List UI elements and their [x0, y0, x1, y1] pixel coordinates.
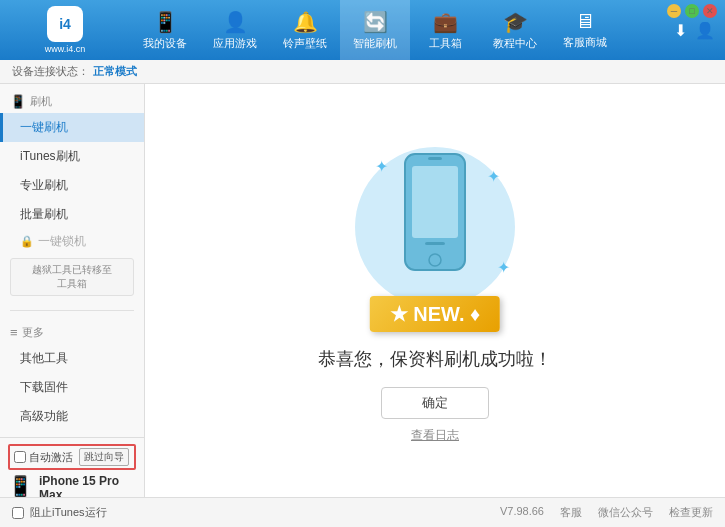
- user-header-icon[interactable]: 👤: [695, 21, 715, 40]
- sidebar-device-bottom: 自动激活 跳过向导 📱 iPhone 15 Pro Max 512GB iPho…: [0, 437, 144, 497]
- main-content: ✦ ✦ ✦ ★ NEW. ♦: [145, 84, 725, 497]
- sidebar: 📱 刷机 一键刷机 iTunes刷机 专业刷机 批量刷机 🔒 一键锁机: [0, 84, 145, 497]
- footer-left: 阻止iTunes运行: [12, 505, 107, 520]
- svg-rect-1: [412, 166, 458, 238]
- toolbox-icon: 💼: [433, 10, 458, 34]
- sidebar-item-one-key-lock-disabled: 🔒 一键锁机: [0, 229, 144, 254]
- lock-icon: 🔒: [20, 235, 34, 248]
- sidebar-item-one-key-flash[interactable]: 一键刷机: [0, 113, 144, 142]
- logo-area: i4 www.i4.cn: [0, 6, 130, 54]
- device-phone-icon: 📱: [8, 474, 33, 497]
- sidebar-notice: 越狱工具已转移至 工具箱: [10, 258, 134, 296]
- nav-label-ringtone: 铃声壁纸: [283, 36, 327, 51]
- phone-graphic: [400, 152, 470, 275]
- confirm-button[interactable]: 确定: [381, 387, 489, 419]
- download-fw-label: 下载固件: [20, 380, 68, 394]
- notice-text: 越狱工具已转移至 工具箱: [32, 264, 112, 289]
- illustration: ✦ ✦ ✦ ★ NEW. ♦: [345, 137, 525, 337]
- new-badge-text: NEW: [413, 303, 459, 325]
- nav-item-toolbox[interactable]: 💼 工具箱: [410, 0, 480, 60]
- customer-service-link[interactable]: 客服: [560, 505, 582, 520]
- sidebar-item-advanced[interactable]: 高级功能: [0, 402, 144, 431]
- stop-itunes-label: 阻止iTunes运行: [30, 505, 107, 520]
- sparkle-icon-2: ✦: [487, 167, 500, 186]
- batch-flash-label: 批量刷机: [20, 207, 68, 221]
- sidebar-item-batch-flash[interactable]: 批量刷机: [0, 200, 144, 229]
- sidebar-item-pro-flash[interactable]: 专业刷机: [0, 171, 144, 200]
- service-icon: 🖥: [575, 10, 595, 33]
- device-details: iPhone 15 Pro Max 512GB iPhone: [39, 474, 136, 497]
- window-controls: ─ □ ✕: [667, 4, 717, 18]
- svg-rect-3: [428, 157, 442, 160]
- nav-label-tutorial: 教程中心: [493, 36, 537, 51]
- maximize-button[interactable]: □: [685, 4, 699, 18]
- flash-section-label: 刷机: [30, 94, 52, 109]
- itunes-flash-label: iTunes刷机: [20, 149, 80, 163]
- sidebar-item-download-fw[interactable]: 下载固件: [0, 373, 144, 402]
- auto-row: 自动激活 跳过向导: [8, 444, 136, 470]
- ringtone-icon: 🔔: [293, 10, 318, 34]
- logo-icon: i4: [47, 6, 83, 42]
- sparkle-icon-1: ✦: [375, 157, 388, 176]
- header-right: ⬇ 👤: [664, 21, 725, 40]
- download-header-icon[interactable]: ⬇: [674, 21, 687, 40]
- sidebar-item-other-tools[interactable]: 其他工具: [0, 344, 144, 373]
- stop-itunes-checkbox[interactable]: [12, 507, 24, 519]
- tutorial-icon: 🎓: [503, 10, 528, 34]
- sidebar-section-flash: 📱 刷机 一键刷机 iTunes刷机 专业刷机 批量刷机 🔒 一键锁机: [0, 84, 144, 306]
- breadcrumb: 设备连接状态： 正常模式: [0, 60, 725, 84]
- device-name: iPhone 15 Pro Max: [39, 474, 136, 497]
- logo-text: www.i4.cn: [45, 44, 86, 54]
- nav-item-apps-games[interactable]: 👤 应用游戏: [200, 0, 270, 60]
- nav-item-tutorial[interactable]: 🎓 教程中心: [480, 0, 550, 60]
- auto-activate-checkbox-label[interactable]: 自动激活: [14, 450, 73, 465]
- advanced-label: 高级功能: [20, 409, 68, 423]
- logo-char: i4: [59, 16, 71, 32]
- smart-flash-icon: 🔄: [363, 10, 388, 34]
- my-device-icon: 📱: [153, 10, 178, 34]
- close-button[interactable]: ✕: [703, 4, 717, 18]
- pro-flash-label: 专业刷机: [20, 178, 68, 192]
- footer-right: V7.98.66 客服 微信公众号 检查更新: [500, 505, 713, 520]
- main-layout: 📱 刷机 一键刷机 iTunes刷机 专业刷机 批量刷机 🔒 一键锁机: [0, 84, 725, 497]
- sidebar-item-itunes-flash[interactable]: iTunes刷机: [0, 142, 144, 171]
- nav-label-toolbox: 工具箱: [429, 36, 462, 51]
- check-update-link[interactable]: 检查更新: [669, 505, 713, 520]
- sparkle-icon-3: ✦: [497, 258, 510, 277]
- other-tools-label: 其他工具: [20, 351, 68, 365]
- nav-label-service: 客服商城: [563, 35, 607, 50]
- disabled-label: 一键锁机: [38, 233, 86, 250]
- device-info: 📱 iPhone 15 Pro Max 512GB iPhone: [8, 474, 136, 497]
- nav-item-ringtone[interactable]: 🔔 铃声壁纸: [270, 0, 340, 60]
- success-text: 恭喜您，保资料刷机成功啦！: [318, 347, 552, 371]
- wechat-link[interactable]: 微信公众号: [598, 505, 653, 520]
- minimize-button[interactable]: ─: [667, 4, 681, 18]
- nav-item-smart-flash[interactable]: 🔄 智能刷机: [340, 0, 410, 60]
- one-key-flash-label: 一键刷机: [20, 120, 68, 134]
- sidebar-section-more-header: ≡ 更多: [0, 321, 144, 344]
- version-label: V7.98.66: [500, 505, 544, 520]
- sidebar-section-flash-header: 📱 刷机: [0, 90, 144, 113]
- new-banner: ★ NEW. ♦: [370, 296, 500, 332]
- nav-items: 📱 我的设备 👤 应用游戏 🔔 铃声壁纸 🔄 智能刷机 💼 工具箱 🎓: [130, 0, 664, 60]
- nav-item-service[interactable]: 🖥 客服商城: [550, 0, 620, 60]
- guide-btn[interactable]: 跳过向导: [79, 448, 129, 466]
- auto-activate-checkbox[interactable]: [14, 451, 26, 463]
- flash-section-icon: 📱: [10, 94, 26, 109]
- header: i4 www.i4.cn 📱 我的设备 👤 应用游戏 🔔 铃声壁纸 🔄 智能刷机: [0, 0, 725, 60]
- nav-label-smart-flash: 智能刷机: [353, 36, 397, 51]
- breadcrumb-status: 正常模式: [93, 64, 137, 79]
- more-section-icon: ≡: [10, 325, 18, 340]
- apps-games-icon: 👤: [223, 10, 248, 34]
- nav-label-apps-games: 应用游戏: [213, 36, 257, 51]
- footer: 阻止iTunes运行 V7.98.66 客服 微信公众号 检查更新: [0, 497, 725, 527]
- svg-rect-2: [425, 242, 445, 245]
- nav-label-my-device: 我的设备: [143, 36, 187, 51]
- more-section-label: 更多: [22, 325, 44, 340]
- view-log-link[interactable]: 查看日志: [411, 427, 459, 444]
- auto-activate-label: 自动激活: [29, 450, 73, 465]
- sidebar-section-more: ≡ 更多 其他工具 下载固件 高级功能: [0, 315, 144, 437]
- sidebar-divider: [10, 310, 134, 311]
- nav-item-my-device[interactable]: 📱 我的设备: [130, 0, 200, 60]
- breadcrumb-prefix: 设备连接状态：: [12, 64, 89, 79]
